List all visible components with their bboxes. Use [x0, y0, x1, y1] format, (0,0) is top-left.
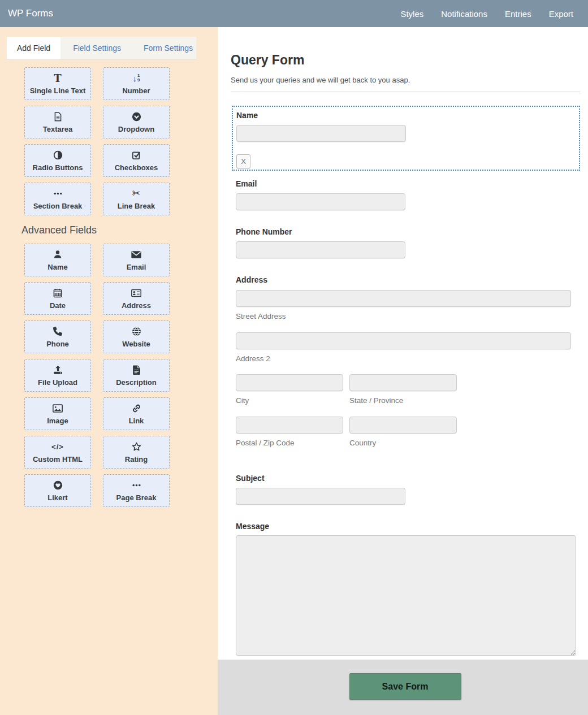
field-button-name[interactable]: Name [24, 244, 91, 276]
field-button-label: Rating [125, 455, 148, 463]
sublabel-country: Country [349, 439, 457, 447]
field-block-message[interactable]: Message [236, 522, 580, 658]
image-icon [53, 403, 63, 414]
field-button-label: Address [122, 301, 151, 310]
field-label-subject: Subject [236, 474, 580, 483]
nav-styles[interactable]: Styles [400, 9, 423, 19]
city-state-row [236, 374, 580, 391]
field-button-label: Textarea [43, 125, 73, 133]
field-block-subject[interactable]: Subject [236, 474, 580, 505]
phone-input[interactable] [236, 241, 405, 258]
top-navbar: WP Forms Styles Notifications Entries Ex… [0, 0, 588, 27]
field-button-likert[interactable]: Likert [24, 474, 91, 507]
navbar-menu: Styles Notifications Entries Export [400, 9, 573, 19]
field-button-website[interactable]: Website [103, 320, 170, 353]
field-button-label: Single Line Text [30, 86, 86, 95]
advanced-fields-grid: Name Email Date Address [24, 244, 218, 507]
nav-export[interactable]: Export [549, 9, 573, 19]
field-button-label: Section Break [33, 202, 83, 210]
field-block-address[interactable]: Address Street Address Address 2 City St… [236, 275, 580, 447]
form-title: Query Form [231, 53, 580, 68]
field-button-label: Custom HTML [33, 455, 83, 463]
dropdown-icon [132, 111, 141, 122]
field-button-label: File Upload [38, 378, 77, 387]
email-input[interactable] [236, 193, 405, 210]
street-address-input[interactable] [236, 290, 571, 307]
sublabel-state: State / Province [349, 396, 457, 405]
field-label-phone: Phone Number [236, 227, 580, 236]
link-icon [132, 403, 141, 414]
code-icon: </> [51, 441, 64, 452]
field-block-email[interactable]: Email [236, 179, 580, 210]
field-button-label: Phone [46, 340, 69, 348]
envelope-icon [131, 249, 141, 260]
field-button-phone[interactable]: Phone [24, 320, 91, 353]
field-button-single-line-text[interactable]: T Single Line Text [24, 67, 91, 100]
address2-input[interactable] [236, 332, 571, 349]
field-button-label: Email [127, 263, 146, 271]
field-label-address: Address [236, 275, 580, 284]
field-button-description[interactable]: Description [103, 359, 170, 392]
form-subtitle: Send us your queries and we will get bac… [231, 76, 580, 84]
field-label-message: Message [236, 522, 580, 531]
field-button-label: Name [47, 263, 67, 271]
phone-icon [53, 326, 62, 337]
basic-fields-grid: T Single Line Text ↓19 Number Textarea D [24, 67, 218, 215]
postal-country-labels: Postal / Zip Code Country [236, 439, 580, 447]
field-button-label: Dropdown [118, 125, 154, 133]
field-button-date[interactable]: Date [24, 282, 91, 315]
field-button-file-upload[interactable]: File Upload [24, 359, 91, 392]
field-button-custom-html[interactable]: </> Custom HTML [24, 436, 91, 469]
field-button-rating[interactable]: Rating [103, 436, 170, 469]
field-button-link[interactable]: Link [103, 397, 170, 430]
single-line-text-icon: T [54, 73, 61, 84]
field-button-label: Website [122, 340, 150, 348]
country-input[interactable] [349, 417, 457, 434]
sublabel-address2: Address 2 [236, 354, 580, 363]
checkbox-icon [132, 150, 141, 161]
advanced-fields-heading: Advanced Fields [21, 224, 218, 236]
sublabel-city: City [236, 396, 343, 405]
tab-form-settings[interactable]: Form Settings [133, 37, 203, 59]
state-input[interactable] [349, 374, 457, 391]
address-card-icon [131, 288, 141, 298]
field-button-label: Checkboxes [115, 163, 158, 172]
star-icon [132, 441, 141, 452]
field-button-number[interactable]: ↓19 Number [103, 67, 170, 100]
app-title: WP Forms [8, 8, 53, 19]
radio-icon [53, 150, 63, 161]
form-canvas: Query Form Send us your queries and we w… [218, 27, 588, 660]
field-button-line-break[interactable]: ✂ Line Break [103, 183, 170, 215]
field-button-image[interactable]: Image [24, 397, 91, 430]
sublabel-postal: Postal / Zip Code [236, 439, 343, 447]
field-block-phone[interactable]: Phone Number [236, 227, 580, 258]
save-form-button[interactable]: Save Form [349, 673, 461, 700]
field-button-dropdown[interactable]: Dropdown [103, 106, 170, 138]
postal-input[interactable] [236, 417, 343, 434]
field-button-label: Line Break [118, 202, 155, 210]
field-button-textarea[interactable]: Textarea [24, 106, 91, 138]
message-textarea[interactable] [236, 535, 576, 656]
tab-field-settings[interactable]: Field Settings [63, 37, 131, 59]
textarea-icon [53, 111, 63, 122]
field-button-label: Image [47, 417, 68, 425]
postal-country-row [236, 417, 580, 434]
selected-field-name[interactable]: Name X [232, 106, 580, 171]
field-button-page-break[interactable]: Page Break [103, 474, 170, 507]
city-input[interactable] [236, 374, 343, 391]
nav-notifications[interactable]: Notifications [441, 9, 487, 19]
subject-input[interactable] [236, 488, 405, 505]
field-button-address[interactable]: Address [103, 282, 170, 315]
field-button-label: Likert [47, 493, 67, 502]
nav-entries[interactable]: Entries [505, 9, 531, 19]
field-button-label: Radio Buttons [33, 163, 83, 172]
tab-add-field[interactable]: Add Field [7, 37, 60, 59]
field-button-section-break[interactable]: Section Break [24, 183, 91, 215]
name-input[interactable] [236, 125, 406, 142]
delete-field-button[interactable]: X [236, 154, 250, 168]
sublabel-street-address: Street Address [236, 312, 580, 320]
field-button-checkboxes[interactable]: Checkboxes [103, 144, 170, 177]
field-button-radio-buttons[interactable]: Radio Buttons [24, 144, 91, 177]
field-button-label: Page Break [116, 493, 157, 502]
field-button-email[interactable]: Email [103, 244, 170, 276]
